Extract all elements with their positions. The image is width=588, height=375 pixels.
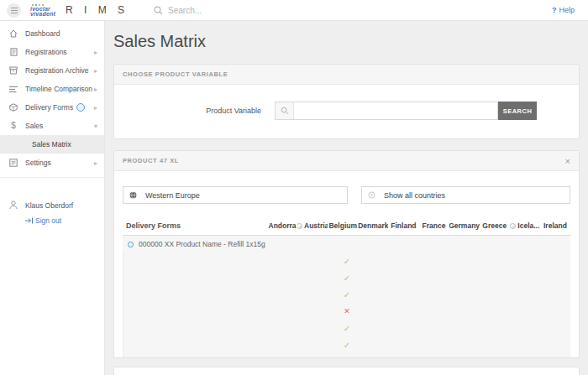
- app-title: R I M S: [66, 4, 129, 16]
- chevron-right-icon: ▸: [94, 49, 97, 56]
- matrix-cell: ✓: [123, 336, 570, 353]
- sidebar-item-settings[interactable]: Settings▸: [0, 154, 104, 172]
- global-search: [154, 6, 286, 15]
- user-block: Klaus Oberdorf Sign out: [0, 198, 104, 225]
- matrix-cell: ✓: [123, 286, 570, 303]
- countries-filter: [361, 186, 570, 204]
- sidebar-item-label: Sales: [25, 122, 43, 130]
- delivery-forms-badge-icon: [76, 103, 85, 112]
- countries-filter-input[interactable]: [381, 191, 570, 200]
- chevron-right-icon: ▸: [94, 86, 97, 93]
- chevron-right-icon: ▸: [94, 67, 97, 75]
- matrix-cell: ✓: [123, 269, 570, 286]
- matrix-cell: ✕: [123, 303, 570, 320]
- column-header-country: Finland: [388, 217, 418, 235]
- home-icon: [8, 29, 18, 38]
- globe-outline-icon: [510, 223, 516, 229]
- column-header-country: Icela...: [510, 217, 540, 235]
- globe-outline-icon: [362, 191, 381, 199]
- choose-panel-header: CHOOSE PRODUCT VARIABLE: [114, 65, 579, 85]
- choose-panel-title: CHOOSE PRODUCT VARIABLE: [123, 70, 228, 78]
- page-title: Sales Matrix: [113, 32, 580, 51]
- global-search-input[interactable]: [168, 6, 286, 15]
- hamburger-menu-button[interactable]: [7, 3, 21, 18]
- sidebar-item-label: Dashboard: [25, 29, 60, 38]
- sidebar-item-label: Settings: [25, 159, 51, 167]
- sidebar-item-label: Timeline Comparison: [25, 85, 92, 93]
- package-icon: [8, 103, 18, 112]
- sidebar: DashboardRegistrations▸Registration Arch…: [0, 21, 105, 375]
- top-bar: ivoclar vivadent R I M S ? Help: [0, 0, 588, 21]
- sidebar-item-label: Delivery Forms: [25, 103, 73, 112]
- check-icon[interactable]: ✓: [344, 341, 350, 350]
- sidebar-divider: [0, 177, 104, 178]
- close-icon[interactable]: ×: [565, 158, 570, 164]
- table-header-row: Delivery FormsAndorraAustriaBelgiumDenma…: [123, 217, 570, 236]
- column-header-delivery-forms: Delivery Forms: [123, 217, 267, 235]
- region-filter: [123, 186, 348, 204]
- search-button[interactable]: SEARCH: [498, 102, 537, 120]
- sign-out-label: Sign out: [35, 216, 61, 225]
- product-panel-header: PRODUCT 47 XL ×: [114, 151, 579, 171]
- product-panel-title: PRODUCT 47 XL: [123, 157, 179, 164]
- sidebar-item-sales-matrix[interactable]: Sales Matrix: [0, 135, 104, 154]
- product-name-cell[interactable]: 000000 XX Product Name - Refill 1x15g: [123, 236, 570, 253]
- region-filter-input[interactable]: [142, 191, 347, 200]
- matrix-cell: ✓: [123, 320, 570, 336]
- globe-icon: [123, 191, 142, 199]
- sign-out-icon: [25, 217, 34, 224]
- archive-icon: [8, 66, 18, 75]
- sidebar-item-timeline-comparison[interactable]: Timeline Comparison▸: [0, 80, 104, 98]
- product-variable-label: Product Variable: [165, 107, 261, 115]
- file-icon: [8, 48, 18, 56]
- product-variable-input[interactable]: [294, 102, 497, 119]
- product-variable-inputgroup: [275, 102, 498, 120]
- user-avatar-icon: [8, 198, 18, 213]
- choose-product-variable-panel: CHOOSE PRODUCT VARIABLE Product Variable…: [113, 64, 580, 139]
- logo-line2: vivadent: [30, 12, 55, 17]
- sales-matrix-table: Delivery FormsAndorraAustriaBelgiumDenma…: [123, 217, 570, 357]
- sidebar-item-label: Sales Matrix: [32, 140, 71, 148]
- check-icon[interactable]: ✓: [344, 257, 350, 266]
- column-header-country: Greece: [480, 217, 510, 235]
- next-panel-partial: [113, 367, 580, 375]
- user-name: Klaus Oberdorf: [25, 201, 73, 210]
- sidebar-item-registration-archive[interactable]: Registration Archive▸: [0, 61, 104, 80]
- cross-icon[interactable]: ✕: [344, 307, 350, 315]
- sidebar-item-label: Registrations: [25, 48, 67, 56]
- column-header-country: Germany: [449, 217, 480, 235]
- check-icon[interactable]: ✓: [344, 273, 350, 283]
- sidebar-item-label: Registration Archive: [25, 66, 89, 75]
- chevron-right-icon: ▸: [94, 159, 97, 167]
- sidebar-item-sales[interactable]: $Sales▾: [0, 117, 104, 135]
- help-icon: ?: [552, 6, 557, 14]
- column-header-country: France: [418, 217, 449, 235]
- sidebar-item-delivery-forms[interactable]: Delivery Forms▸: [0, 98, 104, 117]
- sign-out-link[interactable]: Sign out: [25, 216, 104, 225]
- check-icon[interactable]: ✓: [344, 290, 350, 299]
- chevron-right-icon: ▸: [94, 104, 97, 112]
- sidebar-item-registrations[interactable]: Registrations▸: [0, 43, 104, 61]
- timeline-icon: [8, 86, 18, 93]
- column-header-country: Andorra: [267, 217, 297, 235]
- company-logo: ivoclar vivadent: [30, 4, 55, 17]
- table-body: 000000 XX Product Name - Refill 1x15g✓✓✓…: [123, 236, 570, 357]
- column-header-country: Belgium: [328, 217, 358, 235]
- column-header-country: Ireland: [540, 217, 570, 235]
- dollar-icon: $: [8, 122, 18, 130]
- help-link[interactable]: ? Help: [552, 6, 575, 14]
- app-window: ivoclar vivadent R I M S ? Help Dashboar…: [0, 0, 588, 375]
- column-header-country: Austria: [297, 217, 328, 235]
- globe-outline-icon: [297, 223, 302, 229]
- matrix-cell: ✕: [123, 353, 570, 357]
- settings-icon: [8, 159, 18, 167]
- column-header-country: Denmark: [358, 217, 388, 235]
- chevron-down-icon: ▾: [94, 122, 97, 130]
- row-status-circle-icon: [128, 242, 134, 247]
- product-panel: PRODUCT 47 XL ×: [113, 150, 580, 358]
- sidebar-item-dashboard[interactable]: Dashboard: [0, 24, 104, 43]
- matrix-cell: ✓: [123, 253, 570, 269]
- search-icon: [276, 102, 294, 119]
- check-icon[interactable]: ✓: [344, 324, 350, 333]
- main-content: Sales Matrix CHOOSE PRODUCT VARIABLE Pro…: [105, 21, 588, 375]
